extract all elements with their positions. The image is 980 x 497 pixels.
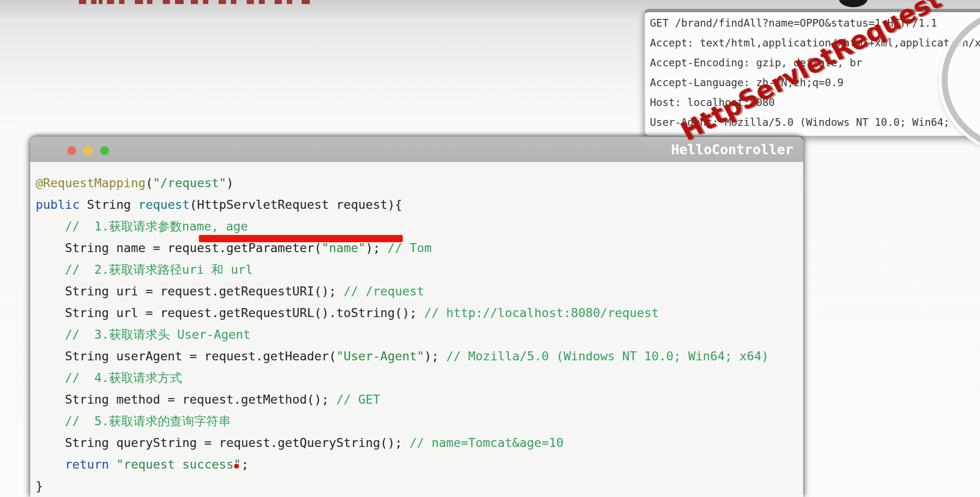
code-token: "name" (322, 241, 366, 255)
code-token: String queryString = request.getQueryStr… (36, 436, 409, 450)
code-line: String name = request.getParameter("name… (36, 237, 803, 259)
code-token: String (80, 198, 138, 212)
code-token: } (36, 479, 43, 493)
code-token: "User-Agent" (336, 349, 424, 363)
code-line: String url = request.getRequestURL().toS… (36, 302, 803, 324)
code-line: // 2.获取请求路径uri 和 url (36, 259, 803, 281)
code-line: String queryString = request.getQueryStr… (36, 432, 803, 454)
code-token: "/request" (153, 176, 226, 190)
code-lines: @RequestMapping("/request")public String… (30, 162, 803, 497)
code-token: String userAgent = request.getHeader( (36, 349, 336, 363)
code-token: // 4.获取请求方式 (36, 371, 182, 385)
code-token: String name = request.getParameter( (36, 241, 322, 255)
code-token: public (36, 198, 80, 212)
clipped-red-title-fragment (79, 0, 311, 4)
code-token: // GET (336, 392, 380, 406)
code-token: // http://localhost:8080/request (424, 306, 659, 320)
code-token: @RequestMapping (36, 176, 146, 190)
code-token: (HttpServletRequest request){ (189, 198, 402, 212)
code-line: // 1.获取请求参数name, age (36, 216, 803, 237)
code-token: // 3.获取请求头 User-Agent (36, 327, 250, 341)
code-line: String method = request.getMethod(); // … (36, 389, 803, 410)
code-line: return "request success"; (36, 454, 803, 475)
code-token: // 1.获取请求参数name, age (36, 219, 248, 233)
clipped-circle-annotation (839, 0, 868, 7)
code-token: // 2.获取请求路径uri 和 url (36, 262, 253, 276)
code-line: // 5.获取请求的查询字符串 (36, 410, 803, 432)
code-line: // 4.获取请求方式 (36, 367, 803, 389)
code-token: // /request (344, 284, 424, 298)
code-token: String uri = request.getRequestURI(); (36, 284, 344, 298)
code-line: } (36, 475, 803, 497)
code-token: String url = request.getRequestURL().toS… (36, 306, 424, 320)
code-token: "request success" (116, 457, 241, 471)
code-editor-body: @RequestMapping("/request")public String… (30, 162, 803, 497)
red-underline-annotation (199, 235, 403, 242)
code-line: String uri = request.getRequestURI(); //… (36, 281, 803, 302)
zoom-button[interactable] (100, 146, 109, 155)
code-line: String userAgent = request.getHeader("Us… (36, 345, 803, 367)
code-token: ; (241, 457, 248, 471)
code-window: HelloController @RequestMapping("/reques… (30, 137, 803, 497)
code-token: String method = request.getMethod(); (36, 392, 336, 406)
code-token: ); (424, 349, 446, 363)
code-token: ); (366, 241, 388, 255)
code-line: public String request(HttpServletRequest… (36, 194, 803, 216)
code-token: ) (226, 176, 234, 190)
code-token: // name=Tomcat&age=10 (409, 436, 563, 450)
close-button[interactable] (67, 146, 76, 155)
code-token: // Mozilla/5.0 (Windows NT 10.0; Win64; … (446, 349, 768, 363)
code-token: ( (146, 176, 153, 190)
code-token: // Tom (387, 241, 432, 255)
code-token: request (138, 198, 190, 212)
code-line: @RequestMapping("/request") (36, 172, 803, 194)
minimize-button[interactable] (83, 146, 92, 155)
code-token: // 5.获取请求的查询字符串 (36, 414, 231, 428)
code-line: // 3.获取请求头 User-Agent (36, 324, 803, 345)
code-token: return (36, 457, 116, 471)
screenshot-stage: GET /brand/findAll?name=OPPO&status=1 HT… (0, 0, 980, 497)
